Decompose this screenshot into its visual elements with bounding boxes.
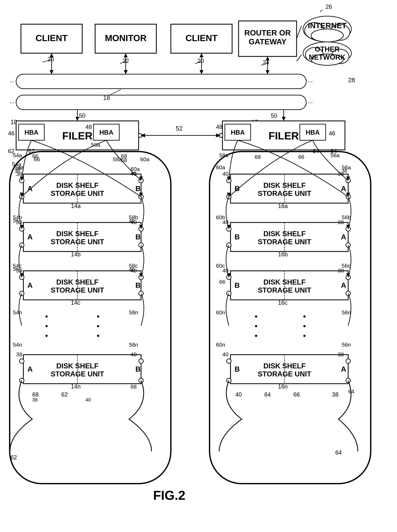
svg-text:A: A bbox=[341, 281, 346, 289]
svg-text:68: 68 bbox=[255, 154, 261, 160]
svg-text:A: A bbox=[341, 233, 346, 241]
svg-text:FILER: FILER bbox=[268, 130, 299, 142]
svg-text:38: 38 bbox=[16, 166, 21, 171]
svg-text:58a: 58a bbox=[91, 142, 100, 148]
svg-point-172 bbox=[19, 359, 24, 363]
svg-text:STORAGE UNIT: STORAGE UNIT bbox=[258, 189, 311, 197]
svg-text:60a: 60a bbox=[216, 164, 225, 170]
svg-text:A: A bbox=[27, 281, 33, 289]
svg-text:•: • bbox=[45, 322, 48, 331]
svg-text:•: • bbox=[255, 322, 258, 331]
svg-text:HBA: HBA bbox=[99, 129, 113, 136]
svg-text:40: 40 bbox=[223, 171, 229, 177]
svg-text:40: 40 bbox=[130, 351, 137, 357]
svg-text:B: B bbox=[135, 185, 141, 193]
svg-text:...: ... bbox=[10, 77, 14, 84]
svg-text:•: • bbox=[45, 312, 48, 321]
svg-text:62: 62 bbox=[61, 391, 68, 398]
svg-text:66: 66 bbox=[219, 279, 225, 285]
svg-text:54n: 54n bbox=[13, 309, 22, 315]
svg-text:16b: 16b bbox=[278, 251, 288, 258]
svg-text:60n: 60n bbox=[216, 309, 225, 315]
svg-text:62: 62 bbox=[28, 148, 35, 155]
svg-text:INTERNET: INTERNET bbox=[308, 21, 347, 30]
svg-text:56c: 56c bbox=[342, 263, 351, 269]
svg-text:•: • bbox=[97, 312, 100, 321]
svg-text:14a: 14a bbox=[71, 203, 81, 209]
svg-text:•: • bbox=[97, 322, 100, 331]
svg-text:18: 18 bbox=[103, 94, 110, 101]
svg-text:52: 52 bbox=[176, 125, 182, 132]
svg-text:DISK SHELF: DISK SHELF bbox=[56, 362, 99, 370]
svg-text:16n: 16n bbox=[278, 383, 288, 390]
svg-text:56a: 56a bbox=[330, 152, 340, 158]
svg-text:HBA: HBA bbox=[306, 129, 320, 136]
svg-text:60a: 60a bbox=[140, 156, 149, 162]
svg-text:46: 46 bbox=[8, 130, 14, 137]
svg-text:38: 38 bbox=[13, 266, 18, 272]
svg-text:40: 40 bbox=[129, 266, 134, 272]
svg-text:58n: 58n bbox=[129, 309, 138, 315]
svg-text:38: 38 bbox=[32, 397, 37, 402]
svg-text:STORAGE UNIT: STORAGE UNIT bbox=[258, 238, 311, 246]
svg-text:38: 38 bbox=[338, 351, 344, 357]
technical-diagram: ... ... ... ... 18 CLIENT 20 MONITOR 22 … bbox=[0, 0, 397, 532]
svg-text:ROUTER OR: ROUTER OR bbox=[244, 29, 291, 37]
svg-text:20: 20 bbox=[198, 58, 204, 64]
svg-text:60n: 60n bbox=[216, 342, 225, 348]
svg-text:16c: 16c bbox=[278, 299, 287, 306]
svg-text:14n: 14n bbox=[71, 383, 81, 390]
svg-text:...: ... bbox=[308, 98, 313, 105]
svg-text:•: • bbox=[255, 312, 258, 321]
svg-point-174 bbox=[139, 359, 143, 363]
svg-text:40: 40 bbox=[129, 218, 134, 223]
svg-text:B: B bbox=[135, 365, 141, 373]
svg-text:STORAGE UNIT: STORAGE UNIT bbox=[258, 370, 311, 378]
svg-text:DISK SHELF: DISK SHELF bbox=[263, 362, 306, 370]
svg-text:50: 50 bbox=[79, 112, 85, 119]
svg-text:66: 66 bbox=[293, 391, 300, 398]
svg-text:66: 66 bbox=[298, 154, 304, 160]
svg-text:STORAGE UNIT: STORAGE UNIT bbox=[51, 286, 104, 294]
svg-text:58n: 58n bbox=[129, 342, 138, 348]
svg-text:DISK SHELF: DISK SHELF bbox=[263, 230, 306, 238]
svg-text:HBA: HBA bbox=[231, 129, 245, 136]
svg-text:68: 68 bbox=[130, 384, 137, 390]
svg-text:•: • bbox=[45, 331, 48, 340]
svg-text:28: 28 bbox=[348, 77, 355, 84]
svg-text:A: A bbox=[341, 365, 346, 373]
svg-text:14c: 14c bbox=[71, 299, 80, 306]
svg-text:64: 64 bbox=[335, 449, 342, 456]
svg-text:•: • bbox=[97, 331, 100, 340]
svg-text:•: • bbox=[303, 322, 306, 331]
svg-text:CLIENT: CLIENT bbox=[36, 33, 68, 43]
svg-text:26: 26 bbox=[326, 4, 332, 10]
svg-text:68: 68 bbox=[121, 157, 127, 163]
svg-text:...: ... bbox=[10, 98, 14, 105]
svg-text:40: 40 bbox=[223, 351, 229, 357]
svg-text:38: 38 bbox=[16, 351, 22, 357]
svg-text:B: B bbox=[235, 281, 240, 289]
svg-text:A: A bbox=[27, 185, 33, 193]
svg-text:68: 68 bbox=[32, 391, 39, 398]
svg-point-262 bbox=[346, 359, 350, 363]
svg-text:A: A bbox=[341, 185, 346, 193]
svg-text:CLIENT: CLIENT bbox=[186, 33, 217, 43]
svg-text:DISK SHELF: DISK SHELF bbox=[263, 181, 306, 189]
svg-text:HBA: HBA bbox=[25, 129, 38, 136]
svg-text:B: B bbox=[235, 233, 240, 241]
svg-text:58a: 58a bbox=[113, 156, 122, 162]
svg-point-41 bbox=[311, 29, 343, 42]
svg-text:•: • bbox=[255, 331, 258, 340]
svg-text:STORAGE UNIT: STORAGE UNIT bbox=[51, 189, 104, 197]
svg-text:B: B bbox=[135, 281, 141, 289]
svg-text:60b: 60b bbox=[216, 214, 225, 220]
svg-text:46: 46 bbox=[329, 130, 335, 137]
svg-text:38: 38 bbox=[13, 218, 18, 223]
svg-text:STORAGE UNIT: STORAGE UNIT bbox=[258, 286, 311, 294]
svg-text:A: A bbox=[27, 233, 33, 241]
svg-text:64: 64 bbox=[264, 391, 271, 398]
svg-text:DISK SHELF: DISK SHELF bbox=[56, 278, 99, 286]
svg-text:B: B bbox=[235, 365, 240, 373]
svg-text:A: A bbox=[27, 365, 33, 373]
